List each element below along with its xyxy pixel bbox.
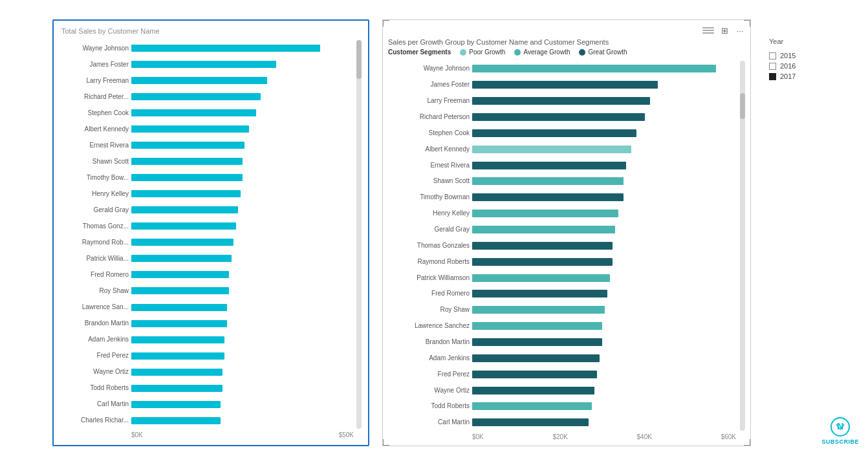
right-bar-label: Thomas Gonzales: [388, 243, 470, 249]
right-bar: [472, 177, 624, 185]
right-bar-label: Adam Jenkins: [388, 355, 470, 362]
right-bar-label: James Foster: [388, 81, 470, 88]
subscribe-area: N SUBSCRIBE: [821, 416, 859, 445]
legend-great-growth: Great Growth: [579, 49, 627, 56]
right-scrollbar[interactable]: [740, 61, 745, 431]
year-label: 2016: [780, 62, 796, 70]
right-bar-label: Shawn Scott: [388, 178, 470, 184]
left-bar: [131, 352, 224, 360]
left-bar-label: Ernest Rivera: [60, 142, 129, 149]
left-bar-row: [131, 206, 354, 215]
left-scrollbar-thumb[interactable]: [356, 40, 362, 79]
great-growth-dot: [579, 49, 585, 56]
right-bar-row: [472, 80, 737, 90]
right-bar-row: [472, 321, 737, 331]
left-bar: [131, 255, 232, 262]
year-item[interactable]: 2017: [769, 72, 810, 80]
right-bar: [472, 371, 597, 378]
year-checkbox[interactable]: [769, 73, 776, 80]
year-legend-title: Year: [769, 38, 810, 45]
right-bar-row: [472, 144, 737, 155]
left-bar: [131, 320, 227, 327]
left-bar-row: [131, 270, 354, 279]
right-bar-row: [472, 273, 737, 283]
right-bar: [472, 402, 592, 410]
left-bar: [131, 109, 256, 116]
drag-handle[interactable]: [702, 27, 714, 34]
right-bar-row: [472, 192, 737, 202]
drag-line-3: [702, 32, 714, 34]
right-bar-row: [472, 401, 737, 411]
right-bar-label: Raymond Roberts: [388, 259, 470, 265]
right-bar-row: [472, 353, 737, 363]
left-bar-label: Charles Richar...: [60, 417, 129, 424]
right-x-axis-label: $40K: [637, 433, 652, 440]
right-bar-row: [472, 224, 737, 235]
left-bar-row: [131, 400, 354, 409]
left-bar-row: [131, 303, 354, 312]
year-checkbox[interactable]: [769, 63, 776, 70]
left-bar-label: Timothy Bow...: [60, 175, 129, 181]
right-chart-controls: ⊞ ···: [702, 25, 745, 36]
year-legend: Year 201520162017: [764, 32, 816, 88]
right-scrollbar-thumb[interactable]: [740, 93, 745, 119]
left-bar: [131, 158, 243, 165]
right-bar: [472, 274, 610, 282]
year-item[interactable]: 2016: [769, 62, 810, 70]
right-bar: [472, 258, 613, 266]
right-bar-label: Ernest Rivera: [388, 162, 470, 169]
left-bar-row: [131, 254, 354, 263]
left-bar-row: [131, 92, 354, 102]
legend-poor-growth: Poor Growth: [460, 49, 505, 56]
right-bar-row: [472, 160, 737, 171]
right-bar-row: [472, 417, 737, 427]
right-chart-title: Sales per Growth Group by Customer Name …: [388, 38, 745, 46]
left-bar: [131, 222, 236, 230]
left-bar-row: [131, 384, 354, 393]
right-bar-label: Richard Peterson: [388, 114, 470, 120]
year-item[interactable]: 2015: [769, 52, 810, 59]
right-bar-label: Fred Romero: [388, 290, 470, 297]
left-bar-label: Lawrence San...: [60, 304, 129, 310]
left-bar: [131, 93, 261, 100]
left-bar: [131, 271, 229, 278]
left-bar-label: Adam Jenkins: [60, 336, 129, 343]
right-bar: [472, 113, 645, 121]
left-bar-row: [131, 238, 354, 247]
left-bar: [131, 417, 221, 424]
left-bar-label: Shawn Scott: [60, 158, 129, 165]
left-chart-title: Total Sales by Customer Name: [60, 27, 362, 35]
right-bar: [472, 210, 618, 217]
more-options-icon[interactable]: ···: [735, 25, 745, 36]
top-left-bracket: [383, 20, 389, 27]
left-bar: [131, 401, 221, 408]
left-bar-row: [131, 319, 354, 328]
left-bar-row: [131, 125, 354, 134]
right-bar: [472, 146, 631, 153]
left-bar-row: [131, 335, 354, 344]
expand-icon[interactable]: ⊞: [719, 25, 730, 36]
left-bar-row: [131, 44, 354, 53]
right-bar-label: Patrick Williamson: [388, 275, 470, 281]
right-chart-area: Wayne JohnsonJames FosterLarry FreemanRi…: [388, 61, 745, 431]
left-bar-label: Fred Perez: [60, 352, 129, 359]
legend-average-growth: Average Growth: [514, 49, 570, 56]
left-bar-label: Henry Kelley: [60, 191, 129, 197]
subscribe-label[interactable]: SUBSCRIBE: [821, 438, 859, 445]
left-bar-label: James Foster: [60, 61, 129, 68]
right-bar-label: Stephen Cook: [388, 130, 470, 136]
great-growth-label: Great Growth: [588, 49, 627, 56]
right-bar-row: [472, 128, 737, 138]
left-bar: [131, 304, 227, 311]
left-bar-label: Carl Martin: [60, 401, 129, 407]
left-bar-row: [131, 416, 354, 425]
right-bar: [472, 129, 636, 137]
left-bar-row: [131, 60, 354, 69]
year-checkbox[interactable]: [769, 52, 776, 59]
left-bar-label: Gerald Gray: [60, 207, 129, 213]
left-bar-label: Stephen Cook: [60, 110, 129, 116]
left-bar-label: Larry Freeman: [60, 78, 129, 84]
left-scrollbar[interactable]: [356, 40, 362, 429]
year-label: 2015: [780, 52, 796, 59]
right-bar-label: Wayne Johnson: [388, 65, 470, 72]
